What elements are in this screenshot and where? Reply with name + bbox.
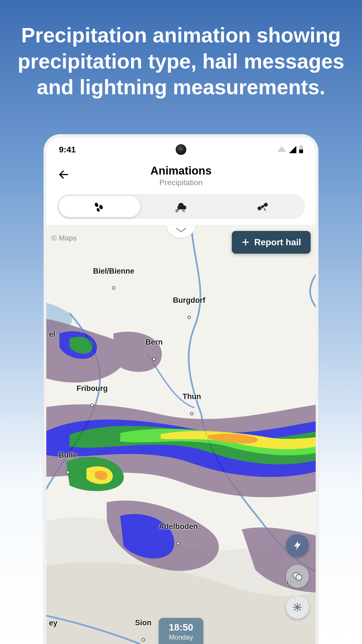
city-dot [66, 471, 70, 474]
city-dot [177, 542, 180, 545]
page-subtitle: Precipitation [52, 178, 310, 187]
statusbar-indicators [277, 146, 303, 153]
svg-point-2 [96, 207, 100, 212]
city-label: Thun [182, 392, 201, 401]
report-hail-button[interactable]: Report hail [232, 231, 311, 254]
layers-icon [292, 570, 303, 582]
app-header: Animations Precipitation °C [46, 162, 316, 225]
raindrops-icon [93, 201, 106, 212]
city-dot [90, 404, 94, 407]
time-chip-time: 18:50 [169, 622, 193, 633]
city-label: Adelboden [159, 522, 198, 531]
time-chip-day: Monday [169, 633, 193, 641]
city-label: Fribourg [77, 384, 108, 393]
city-label: Bulle [59, 451, 77, 460]
promo-headline: Precipitation animation showing precipit… [0, 22, 362, 100]
city-dot [152, 357, 156, 361]
tab-temperature[interactable]: °C [140, 196, 222, 217]
svg-text:°C: °C [182, 209, 185, 213]
snowflake-icon [292, 602, 303, 613]
time-chip[interactable]: 18:50 Monday [159, 618, 203, 644]
satellite-icon [256, 200, 270, 213]
animation-tabbar: °C [57, 194, 305, 219]
battery-icon [299, 146, 303, 153]
statusbar: 9:41 [46, 137, 316, 162]
lightning-layer-button[interactable] [286, 534, 309, 557]
layers-button[interactable] [286, 565, 309, 588]
cloud-temp-icon: °C [173, 200, 189, 213]
lightning-icon [292, 540, 303, 551]
statusbar-time: 9:41 [59, 145, 76, 154]
city-dot [112, 286, 115, 290]
city-dot [187, 316, 191, 319]
tab-satellite[interactable] [222, 196, 303, 217]
report-hail-label: Report hail [254, 237, 301, 247]
precipitation-map[interactable]: © Maps Report hail Biel/BienneBurgdorfBe… [46, 225, 316, 644]
wifi-icon [277, 146, 286, 152]
city-label: el [49, 330, 56, 338]
map-canvas [46, 225, 316, 644]
city-label: Bern [145, 338, 163, 347]
city-label: Biel/Bienne [93, 267, 134, 276]
signal-icon [289, 146, 296, 153]
chevron-down-icon [175, 227, 187, 233]
camera-notch [176, 144, 186, 155]
city-label: ey [49, 619, 58, 627]
svg-point-0 [94, 202, 99, 208]
phone-frame: 9:41 Animations Precipitation [43, 134, 319, 644]
city-dot [190, 412, 193, 415]
svg-point-10 [296, 574, 302, 580]
city-label: Sion [135, 618, 152, 627]
map-attribution: © Maps [51, 234, 77, 242]
snow-layer-button[interactable] [286, 596, 309, 619]
plus-icon [241, 238, 250, 246]
city-label: Burgdorf [173, 296, 205, 305]
city-dot [142, 638, 145, 641]
page-title: Animations [52, 164, 310, 177]
tab-precipitation[interactable] [59, 196, 140, 217]
